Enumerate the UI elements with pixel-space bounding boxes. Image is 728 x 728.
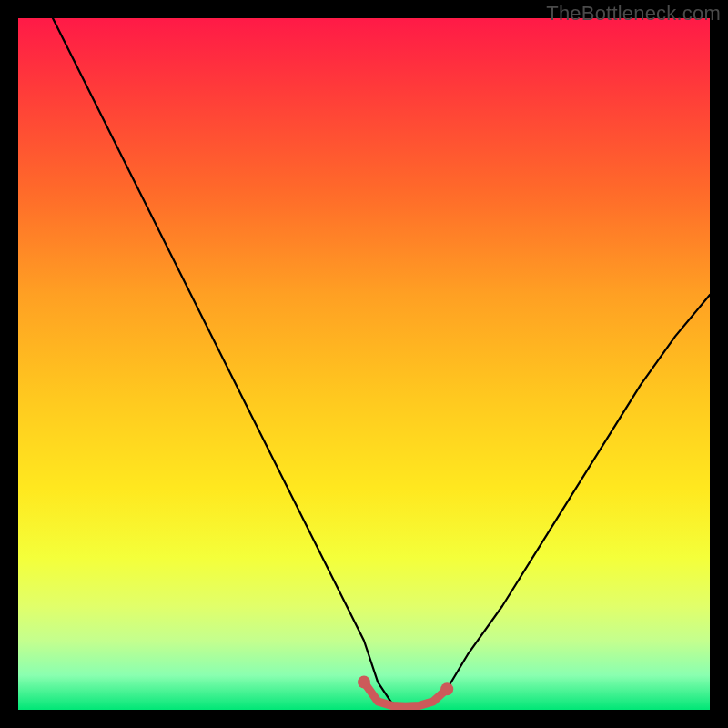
valley-emphasis-path (364, 682, 447, 707)
chart-plot-area (18, 18, 710, 710)
valley-end-dot (358, 676, 370, 689)
chart-frame: TheBottleneck.com (0, 0, 728, 728)
bottleneck-curve-path (53, 18, 710, 706)
valley-end-dot (440, 682, 453, 695)
chart-svg (18, 18, 710, 710)
